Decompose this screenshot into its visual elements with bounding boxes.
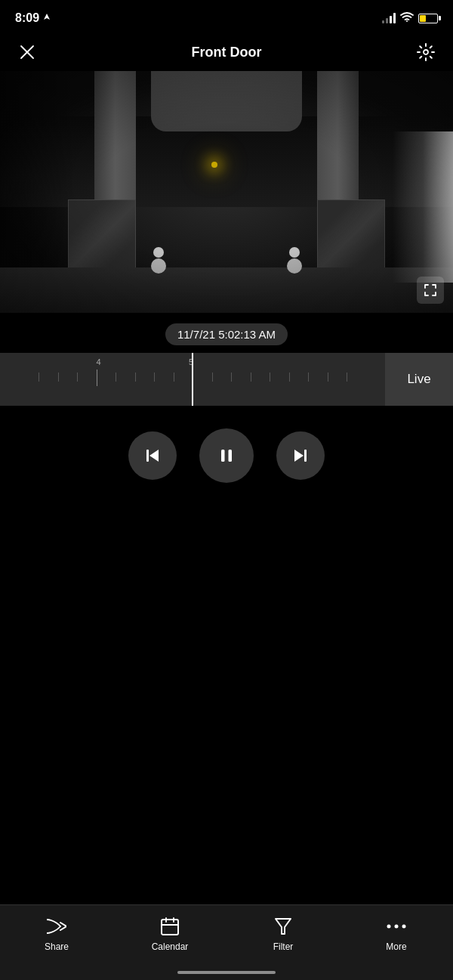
svg-rect-5 [146,450,149,462]
playhead[interactable] [192,353,193,406]
svg-point-15 [387,925,391,929]
nav-label-share: Share [45,941,69,952]
calendar-icon [159,916,180,937]
svg-marker-8 [294,450,304,462]
nav-label-calendar: Calendar [152,941,189,952]
status-icons [382,11,438,25]
nav-label-more: More [386,941,406,952]
svg-rect-7 [229,450,233,462]
skip-back-icon [142,445,163,466]
svg-point-3 [424,50,428,54]
skip-back-button[interactable] [128,431,177,480]
status-bar: 8:09 [0,0,453,33]
timestamp-bar: 11/7/21 5:02:13 AM [0,313,453,353]
nav-item-calendar[interactable]: Calendar [140,916,200,952]
timeline-label-4: 4 [97,357,101,366]
battery-icon [418,14,438,23]
timeline-track[interactable]: 4 5 [0,353,385,406]
timestamp-display: 11/7/21 5:02:13 AM [165,323,288,345]
svg-point-16 [395,925,399,929]
pause-icon [214,444,239,468]
skip-forward-button[interactable] [276,431,325,480]
wifi-icon [400,11,414,25]
svg-marker-4 [149,450,159,462]
signal-icon [382,13,396,23]
close-button[interactable] [15,40,39,64]
share-icon [46,916,67,937]
settings-icon [416,42,436,62]
live-button[interactable]: Live [385,353,453,406]
header: Front Door [0,33,453,71]
svg-marker-14 [276,919,291,934]
svg-rect-6 [221,450,225,462]
skip-forward-icon [290,445,311,466]
svg-rect-10 [162,920,178,935]
live-label: Live [407,372,430,387]
nav-item-share[interactable]: Share [26,916,87,952]
nav-item-more[interactable]: More [366,916,427,952]
camera-feed [0,71,453,313]
share-icon-svg [47,917,66,936]
fisheye-overlay [0,71,453,313]
timeline-container[interactable]: 4 5 Live [0,353,453,406]
pause-button[interactable] [199,428,254,483]
close-icon [19,44,35,60]
bottom-nav: Share Calendar Filter [0,904,453,980]
more-icon [386,916,407,937]
nav-label-filter: Filter [273,941,294,952]
svg-point-0 [406,20,408,22]
playback-controls [0,406,453,498]
fullscreen-button[interactable] [417,277,444,304]
time-display: 8:09 [15,11,39,25]
video-player[interactable] [0,71,453,313]
filter-icon [273,916,294,937]
fullscreen-icon [423,283,438,298]
middle-area [0,498,453,762]
nav-item-filter[interactable]: Filter [253,916,313,952]
svg-rect-9 [304,450,307,462]
page-title: Front Door [192,45,262,60]
home-indicator [177,971,276,974]
more-dots-icon [387,923,406,930]
location-arrow-icon [43,13,51,23]
filter-icon-svg [274,917,292,936]
calendar-icon-svg [160,917,180,936]
settings-button[interactable] [414,40,438,64]
svg-point-17 [402,925,406,929]
status-time: 8:09 [15,11,51,25]
